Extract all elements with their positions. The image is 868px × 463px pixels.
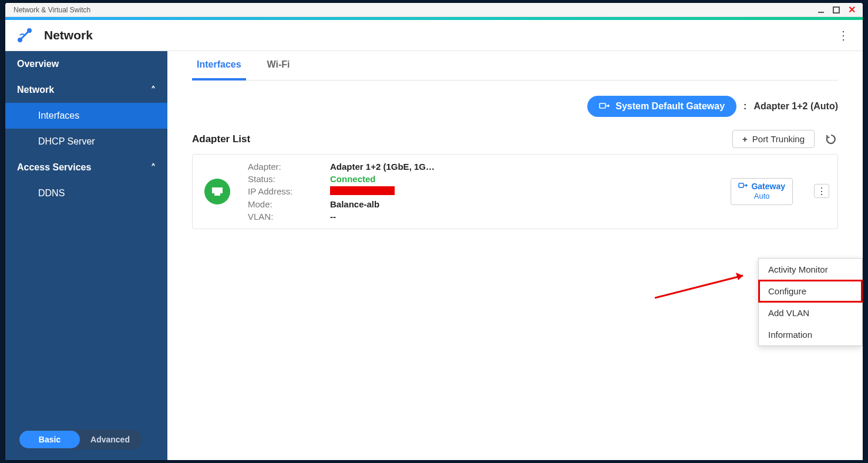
chevron-up-icon: ˄ (151, 162, 156, 173)
maximize-button[interactable] (829, 4, 844, 16)
svg-marker-7 (736, 273, 743, 280)
value-vlan: -- (330, 212, 471, 222)
app-window: Network & Virtual Switch ✕ Network ⋮ Ove… (5, 3, 863, 460)
menu-label: Configure (768, 286, 806, 296)
sidebar-item-overview[interactable]: Overview (5, 51, 167, 77)
menu-item-activity-monitor[interactable]: Activity Monitor (759, 259, 862, 280)
value-status: Connected (330, 174, 471, 184)
tab-label: Interfaces (197, 59, 241, 69)
svg-rect-0 (818, 12, 824, 13)
adapter-list-title: Adapter List (192, 133, 250, 145)
sidebar-item-dhcp-server[interactable]: DHCP Server (5, 129, 167, 155)
sidebar-item-interfaces[interactable]: Interfaces (5, 103, 167, 129)
tab-interfaces[interactable]: Interfaces (192, 51, 246, 80)
title-bar: Network & Virtual Switch ✕ (5, 3, 863, 17)
value-mode: Balance-alb (330, 199, 471, 209)
menu-item-information[interactable]: Information (759, 324, 862, 345)
label-ip-address: IP Address: (248, 186, 330, 197)
button-label: Port Trunking (752, 134, 805, 144)
label-vlan: VLAN: (248, 212, 330, 222)
view-mode-toggle: Basic Advanced (18, 430, 142, 449)
gateway-icon (599, 100, 610, 112)
tab-label: Wi-Fi (267, 59, 290, 69)
redacted-block (330, 186, 395, 195)
menu-label: Activity Monitor (768, 264, 828, 274)
basic-mode-button[interactable]: Basic (19, 431, 80, 448)
main-content: Interfaces Wi-Fi System Default Gateway … (167, 51, 863, 460)
button-label: System Default Gateway (615, 101, 725, 112)
adapter-context-menu: Activity Monitor Configure Add VLAN Info… (758, 258, 863, 346)
toggle-label: Advanced (90, 435, 130, 444)
tab-wifi[interactable]: Wi-Fi (263, 51, 295, 80)
value-adapter-name: Adapter 1+2 (1GbE, 1G… (330, 162, 471, 172)
toggle-label: Basic (39, 435, 60, 444)
sidebar: Overview Network ˄ Interfaces DHCP Serve… (5, 51, 167, 460)
sidebar-label: DDNS (38, 188, 65, 199)
gateway-badge: Gateway Auto (731, 178, 793, 204)
minimize-button[interactable] (813, 4, 829, 16)
gateway-badge-subtitle: Auto (738, 192, 785, 201)
menu-item-configure[interactable]: Configure (759, 280, 862, 302)
menu-item-add-vlan[interactable]: Add VLAN (759, 302, 862, 324)
sidebar-item-access-services[interactable]: Access Services ˄ (5, 155, 167, 180)
page-header: Network ⋮ (5, 20, 863, 51)
refresh-button[interactable] (824, 132, 838, 146)
gateway-badge-title: Gateway (751, 182, 785, 192)
ethernet-port-icon (204, 179, 230, 204)
svg-rect-4 (600, 103, 605, 108)
adapter-list-header: Adapter List + Port Trunking (192, 130, 838, 148)
sidebar-label: Network (17, 85, 54, 95)
label-mode: Mode: (248, 199, 330, 209)
sidebar-label: DHCP Server (38, 136, 95, 147)
close-button[interactable]: ✕ (844, 4, 859, 16)
svg-rect-5 (739, 183, 743, 187)
sidebar-label: Access Services (17, 162, 91, 173)
gateway-badge-icon (738, 181, 748, 192)
default-gateway-row: System Default Gateway : Adapter 1+2 (Au… (192, 96, 838, 117)
sidebar-label: Overview (17, 59, 59, 69)
adapter-details: Adapter: Adapter 1+2 (1GbE, 1G… Status: … (248, 162, 471, 222)
label-adapter: Adapter: (248, 162, 330, 172)
page-title: Network (44, 28, 93, 42)
sidebar-item-ddns[interactable]: DDNS (5, 180, 167, 206)
adapter-menu-button[interactable]: ⋮ (814, 184, 829, 198)
sidebar-item-network[interactable]: Network ˄ (5, 77, 167, 103)
window-title: Network & Virtual Switch (14, 6, 90, 14)
svg-line-6 (655, 276, 743, 298)
gateway-separator: : (743, 101, 746, 112)
chevron-up-icon: ˄ (151, 85, 156, 96)
label-status: Status: (248, 174, 330, 184)
gateway-value: Adapter 1+2 (Auto) (753, 101, 838, 112)
menu-label: Information (768, 330, 812, 340)
system-default-gateway-button[interactable]: System Default Gateway (587, 96, 736, 117)
value-ip-address (330, 186, 471, 197)
plus-icon: + (742, 134, 748, 144)
svg-rect-1 (833, 7, 839, 13)
menu-label: Add VLAN (768, 308, 809, 318)
adapter-card: Adapter: Adapter 1+2 (1GbE, 1G… Status: … (192, 154, 838, 229)
port-trunking-button[interactable]: + Port Trunking (732, 130, 815, 148)
annotation-arrow-icon (655, 269, 755, 304)
network-icon (16, 26, 33, 44)
tab-bar: Interfaces Wi-Fi (192, 51, 838, 80)
sidebar-label: Interfaces (38, 110, 79, 121)
advanced-mode-button[interactable]: Advanced (80, 431, 140, 448)
header-menu-button[interactable]: ⋮ (835, 26, 852, 44)
